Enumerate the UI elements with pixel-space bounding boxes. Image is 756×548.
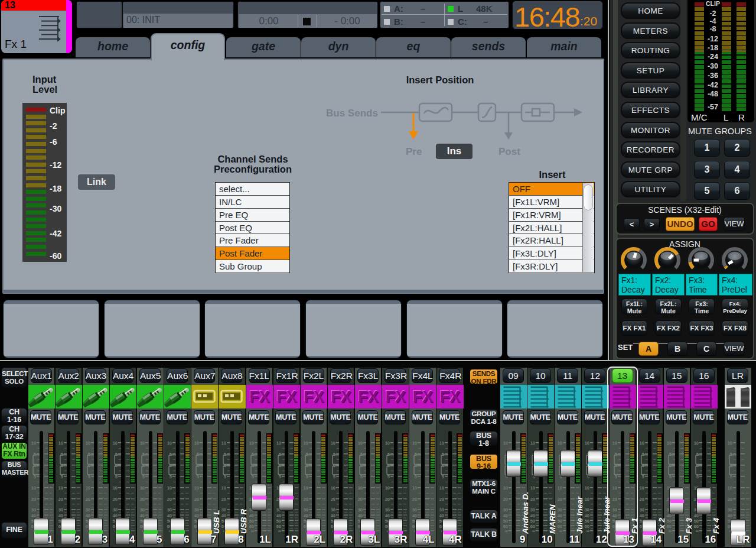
svg-text:5: 5 xyxy=(306,452,308,457)
svg-text:30: 30 xyxy=(412,507,417,513)
svg-text:10: 10 xyxy=(728,485,732,491)
svg-text:20: 20 xyxy=(412,497,417,502)
svg-text:30: 30 xyxy=(194,507,199,513)
svg-text:20: 20 xyxy=(140,497,145,502)
svg-text:30: 30 xyxy=(330,507,335,513)
svg-text:30: 30 xyxy=(303,507,308,513)
svg-text:20: 20 xyxy=(85,497,90,502)
svg-text:20: 20 xyxy=(221,497,226,502)
svg-text:10: 10 xyxy=(140,485,145,491)
svg-text:40: 40 xyxy=(412,513,417,518)
svg-text:10: 10 xyxy=(221,440,226,446)
svg-text:50: 50 xyxy=(693,518,698,524)
svg-text:50: 50 xyxy=(530,518,535,524)
svg-text:10: 10 xyxy=(530,485,535,491)
svg-text:10: 10 xyxy=(303,485,308,491)
svg-text:10: 10 xyxy=(194,440,199,446)
svg-text:50: 50 xyxy=(666,518,671,524)
svg-text:30: 30 xyxy=(221,507,226,513)
svg-text:50: 50 xyxy=(503,518,508,524)
svg-text:5: 5 xyxy=(278,452,281,457)
svg-text:20: 20 xyxy=(303,497,308,502)
svg-text:40: 40 xyxy=(585,513,589,518)
svg-text:∞: ∞ xyxy=(695,528,698,534)
svg-text:5: 5 xyxy=(142,452,145,457)
svg-text:10: 10 xyxy=(31,485,35,491)
svg-text:10: 10 xyxy=(503,485,508,491)
svg-text:40: 40 xyxy=(358,513,363,518)
svg-text:30: 30 xyxy=(503,507,508,513)
svg-text:10: 10 xyxy=(439,440,444,446)
svg-text:40: 40 xyxy=(558,513,562,518)
svg-text:5: 5 xyxy=(170,452,172,457)
svg-text:20: 20 xyxy=(194,497,199,502)
svg-text:10: 10 xyxy=(330,440,335,446)
svg-text:5: 5 xyxy=(115,452,118,457)
svg-text:20: 20 xyxy=(639,497,644,502)
svg-text:30: 30 xyxy=(585,507,589,513)
svg-text:20: 20 xyxy=(58,497,63,502)
svg-text:Bus Sends: Bus Sends xyxy=(326,108,378,119)
svg-text:10: 10 xyxy=(276,440,281,446)
svg-text:10: 10 xyxy=(412,485,417,491)
svg-text:∞: ∞ xyxy=(278,528,281,534)
svg-text:30: 30 xyxy=(31,507,35,513)
svg-text:10: 10 xyxy=(558,440,562,446)
svg-text:5: 5 xyxy=(333,452,335,457)
svg-text:20: 20 xyxy=(558,497,562,502)
svg-text:20: 20 xyxy=(728,497,732,502)
svg-text:20: 20 xyxy=(585,497,589,502)
svg-text:10: 10 xyxy=(439,485,444,491)
svg-text:40: 40 xyxy=(330,513,335,518)
svg-text:5: 5 xyxy=(442,452,444,457)
svg-text:10: 10 xyxy=(558,485,562,491)
svg-text:10: 10 xyxy=(194,485,199,491)
svg-text:10: 10 xyxy=(167,440,172,446)
svg-text:30: 30 xyxy=(558,507,562,513)
svg-text:40: 40 xyxy=(639,513,644,518)
svg-text:10: 10 xyxy=(639,485,644,491)
svg-text:30: 30 xyxy=(439,507,444,513)
svg-text:10: 10 xyxy=(693,440,698,446)
svg-text:40: 40 xyxy=(728,513,732,518)
svg-text:Post: Post xyxy=(498,146,520,157)
svg-text:∞: ∞ xyxy=(586,528,589,534)
svg-text:10: 10 xyxy=(412,440,417,446)
svg-text:5: 5 xyxy=(387,452,390,457)
svg-text:10: 10 xyxy=(639,440,644,446)
svg-text:30: 30 xyxy=(113,507,118,513)
svg-text:5: 5 xyxy=(224,452,226,457)
svg-text:∞: ∞ xyxy=(559,528,562,534)
svg-text:20: 20 xyxy=(358,497,363,502)
svg-text:5: 5 xyxy=(641,452,644,457)
svg-text:30: 30 xyxy=(728,507,732,513)
svg-text:5: 5 xyxy=(88,452,90,457)
svg-text:5: 5 xyxy=(415,452,417,457)
svg-text:30: 30 xyxy=(639,507,644,513)
svg-text:20: 20 xyxy=(503,497,508,502)
svg-text:5: 5 xyxy=(251,452,253,457)
svg-text:50: 50 xyxy=(249,518,253,524)
svg-text:10: 10 xyxy=(140,440,145,446)
svg-text:20: 20 xyxy=(330,497,335,502)
svg-text:50: 50 xyxy=(558,518,562,524)
svg-text:50: 50 xyxy=(585,518,589,524)
svg-text:30: 30 xyxy=(385,507,390,513)
svg-text:10: 10 xyxy=(330,485,335,491)
svg-text:40: 40 xyxy=(276,513,281,518)
svg-text:40: 40 xyxy=(385,513,390,518)
svg-text:Pre: Pre xyxy=(406,146,422,157)
svg-text:10: 10 xyxy=(58,440,63,446)
svg-text:10: 10 xyxy=(58,485,63,491)
svg-text:10: 10 xyxy=(31,440,35,446)
svg-text:∞: ∞ xyxy=(505,528,508,534)
svg-text:10: 10 xyxy=(249,440,253,446)
svg-text:5: 5 xyxy=(197,452,199,457)
svg-text:40: 40 xyxy=(530,513,535,518)
svg-text:10: 10 xyxy=(530,440,535,446)
svg-text:20: 20 xyxy=(385,497,390,502)
svg-text:10: 10 xyxy=(358,485,363,491)
svg-text:30: 30 xyxy=(85,507,90,513)
svg-text:∞: ∞ xyxy=(532,528,535,534)
svg-text:10: 10 xyxy=(585,485,589,491)
